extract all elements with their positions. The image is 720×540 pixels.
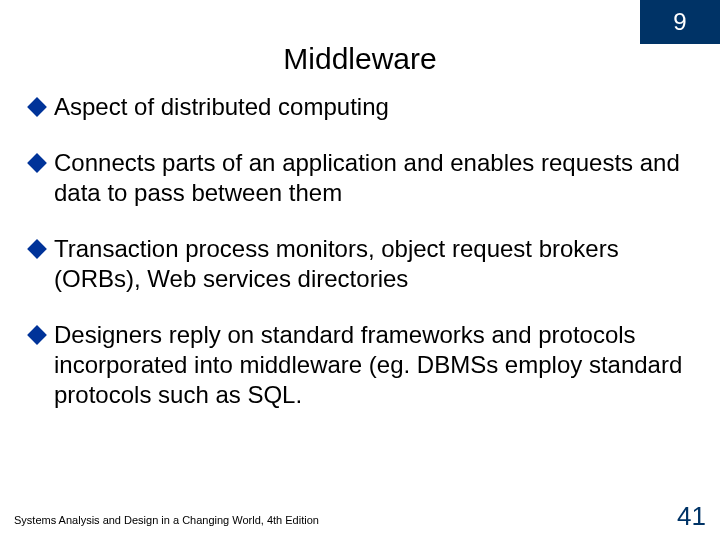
chapter-number: 9 bbox=[673, 8, 686, 36]
bullet-text: Designers reply on standard frameworks a… bbox=[54, 320, 690, 410]
diamond-bullet-icon bbox=[27, 239, 47, 259]
bullet-item: Transaction process monitors, object req… bbox=[30, 234, 690, 294]
bullet-item: Designers reply on standard frameworks a… bbox=[30, 320, 690, 410]
slide: 9 Middleware Aspect of distributed compu… bbox=[0, 0, 720, 540]
bullet-item: Connects parts of an application and ena… bbox=[30, 148, 690, 208]
diamond-bullet-icon bbox=[27, 97, 47, 117]
page-number: 41 bbox=[677, 501, 706, 532]
bullet-text: Aspect of distributed computing bbox=[54, 92, 690, 122]
footer-text: Systems Analysis and Design in a Changin… bbox=[14, 514, 319, 526]
bullet-text: Connects parts of an application and ena… bbox=[54, 148, 690, 208]
diamond-bullet-icon bbox=[27, 325, 47, 345]
diamond-bullet-icon bbox=[27, 153, 47, 173]
bullet-item: Aspect of distributed computing bbox=[30, 92, 690, 122]
bullet-text: Transaction process monitors, object req… bbox=[54, 234, 690, 294]
chapter-number-box: 9 bbox=[640, 0, 720, 44]
slide-body: Aspect of distributed computing Connects… bbox=[30, 92, 690, 436]
slide-title: Middleware bbox=[0, 42, 720, 76]
